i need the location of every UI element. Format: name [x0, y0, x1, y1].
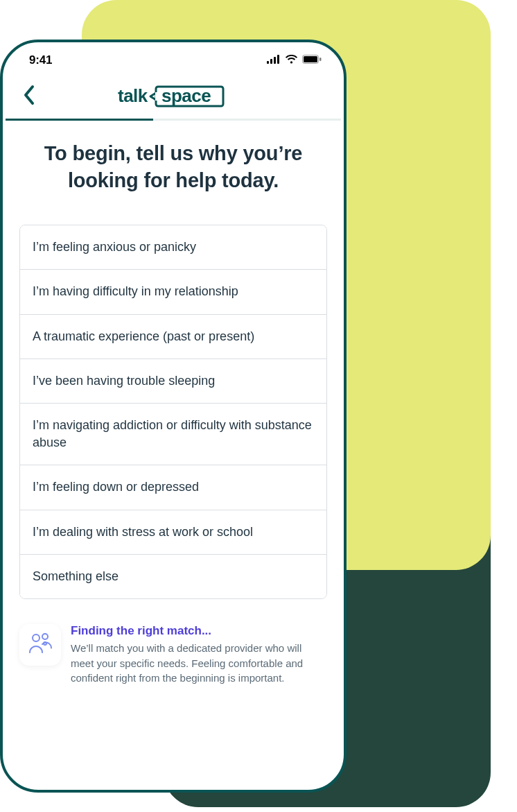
option-other[interactable]: Something else	[20, 554, 326, 598]
svg-point-11	[44, 642, 46, 645]
svg-rect-0	[267, 61, 269, 64]
option-anxious[interactable]: I’m feeling anxious or panicky	[20, 225, 326, 269]
status-time: 9:41	[29, 53, 52, 67]
option-relationship[interactable]: I’m having difficulty in my relationship	[20, 269, 326, 313]
marketing-stage: 9:41	[0, 0, 517, 812]
page-title: To begin, tell us why you’re looking for…	[6, 121, 341, 201]
match-description: We’ll match you with a dedicated provide…	[71, 641, 327, 686]
option-addiction[interactable]: I’m navigating addiction or difficulty w…	[20, 403, 326, 465]
phone-frame: 9:41	[0, 40, 347, 793]
svg-point-10	[42, 634, 48, 639]
nav-bar: talk space	[6, 76, 341, 117]
back-button[interactable]	[15, 83, 43, 110]
option-trauma[interactable]: A traumatic experience (past or present)	[20, 314, 326, 359]
status-bar: 9:41	[6, 45, 341, 76]
match-text: Finding the right match... We’ll match y…	[71, 624, 327, 686]
people-icon	[27, 632, 53, 658]
svg-rect-8	[155, 92, 158, 101]
brand-word-1: talk	[118, 85, 148, 106]
svg-rect-6	[319, 58, 322, 61]
svg-rect-2	[274, 57, 276, 64]
match-title: Finding the right match...	[71, 624, 327, 638]
brand-logo: talk space	[114, 83, 232, 110]
option-list: I’m feeling anxious or panicky I’m havin…	[19, 225, 327, 599]
svg-rect-1	[270, 59, 272, 64]
match-icon-tile	[19, 624, 61, 666]
phone-screen: 9:41	[6, 45, 341, 787]
option-sleep[interactable]: I’ve been having trouble sleeping	[20, 359, 326, 403]
battery-icon	[302, 54, 322, 67]
svg-point-9	[33, 634, 40, 641]
svg-rect-5	[304, 56, 317, 62]
brand-word-2: space	[161, 85, 211, 106]
option-stress[interactable]: I’m dealing with stress at work or schoo…	[20, 510, 326, 554]
svg-rect-3	[277, 55, 279, 64]
cellular-icon	[267, 54, 281, 67]
chevron-left-icon	[23, 85, 35, 108]
wifi-icon	[285, 54, 298, 67]
option-depressed[interactable]: I’m feeling down or depressed	[20, 465, 326, 509]
match-card: Finding the right match... We’ll match y…	[19, 624, 327, 686]
status-icons	[267, 54, 322, 67]
